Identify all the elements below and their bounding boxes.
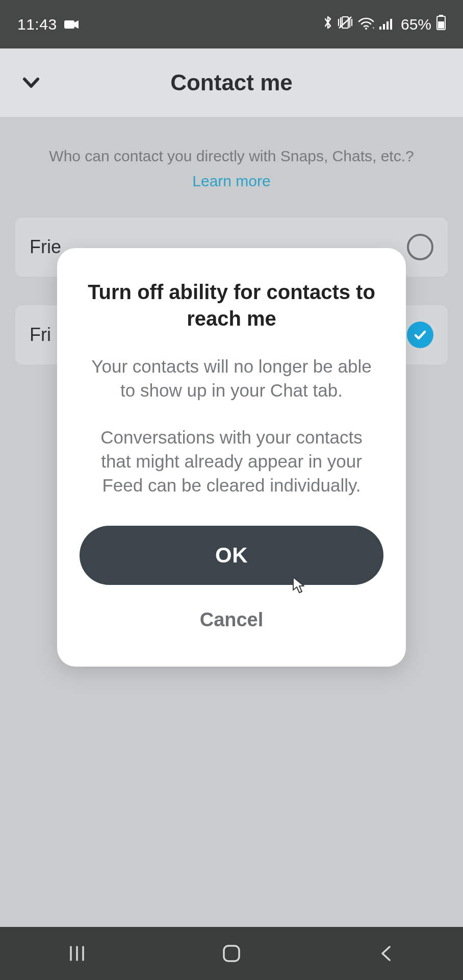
home-button[interactable] (216, 938, 247, 969)
dialog-body-1: Your contacts will no longer be able to … (85, 354, 378, 403)
ok-button[interactable]: OK (80, 526, 383, 585)
system-nav (0, 927, 463, 980)
dialog-body: Your contacts will no longer be able to … (80, 354, 383, 497)
confirm-dialog: Turn off ability for contacts to reach m… (57, 248, 406, 667)
back-system-button[interactable] (371, 938, 401, 969)
cancel-button[interactable]: Cancel (80, 595, 383, 644)
recents-button[interactable] (62, 938, 92, 969)
dialog-title: Turn off ability for contacts to reach m… (80, 279, 383, 332)
svg-rect-15 (224, 946, 239, 961)
dialog-body-2: Conversations with your contacts that mi… (85, 425, 378, 498)
